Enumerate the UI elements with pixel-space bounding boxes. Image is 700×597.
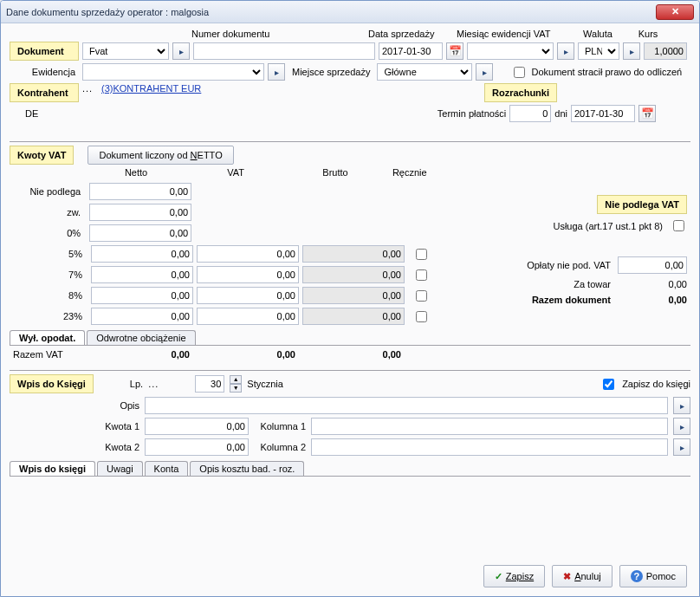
- kontrahent-link[interactable]: (3)KONTRAHENT EUR: [101, 83, 201, 94]
- lp-picker[interactable]: ...: [148, 379, 159, 389]
- vat-row: Nie podlega: [10, 183, 434, 200]
- kolumna2-label: Kolumna 2: [254, 442, 306, 452]
- miejsce-select[interactable]: Główne: [377, 63, 472, 81]
- tab-wy-opodat-[interactable]: Wył. opodat.: [10, 330, 85, 345]
- vat-brutto-input: [302, 245, 405, 263]
- vat-manual-checkbox[interactable]: [416, 311, 427, 322]
- vat-netto-input[interactable]: [89, 224, 191, 242]
- data-sprzedazy-input[interactable]: [379, 42, 443, 60]
- vat-rate-label: 23%: [10, 311, 88, 321]
- rozrachunki-label: Rozrachunki: [484, 83, 557, 102]
- ewidencja-select[interactable]: [82, 63, 264, 81]
- termin-calendar-icon[interactable]: [638, 105, 656, 122]
- lp-label: Lp.: [130, 379, 143, 389]
- tab-konta[interactable]: Konta: [145, 461, 189, 476]
- vat-manual-checkbox[interactable]: [416, 290, 427, 302]
- cross-icon: [563, 571, 571, 582]
- col-netto: Netto: [87, 167, 186, 178]
- vat-vat-input[interactable]: [197, 308, 299, 325]
- dokument-type-select[interactable]: Fvat: [82, 42, 169, 60]
- kwota2-input[interactable]: [145, 438, 249, 456]
- miejsce-label: Miejsce sprzedaży: [288, 67, 373, 77]
- spin-up-icon[interactable]: ▲: [230, 375, 242, 384]
- opis-label: Opis: [10, 400, 139, 411]
- termin-data-input[interactable]: [571, 105, 635, 122]
- kolumna1-input[interactable]: [311, 418, 668, 435]
- sum-vat: 0,00: [197, 349, 302, 360]
- miejsce-more-button[interactable]: ▸: [476, 63, 493, 81]
- vat-row: 23%: [10, 308, 434, 325]
- spin-down-icon[interactable]: ▼: [230, 384, 242, 393]
- ewidencja-more-button[interactable]: ▸: [268, 63, 285, 81]
- anuluj-button[interactable]: Anuluj: [552, 565, 612, 587]
- kontrahent-kraj: DE: [25, 108, 38, 119]
- vat-rate-label: Nie podlega: [10, 186, 86, 197]
- label-numer: Numer dokumentu: [191, 29, 365, 39]
- vat-tabs: Wył. opodat.Odwrotne obciążenie: [10, 330, 690, 346]
- vat-rate-label: 5%: [10, 249, 88, 259]
- tab-wpis-do-ksi-gi[interactable]: Wpis do księgi: [10, 461, 95, 476]
- wpis-section: Wpis do Księgi Lp. ... ▲▼ Stycznia Zapis…: [10, 374, 690, 477]
- miesiac-select[interactable]: [467, 42, 554, 60]
- vat-table: Netto VAT Brutto Ręcznie Nie podlegazw.0…: [10, 167, 434, 325]
- tab-opis-kosztu-bad-roz-[interactable]: Opis kosztu bad. - roz.: [190, 461, 304, 476]
- miesiac-more-button[interactable]: ▸: [557, 42, 574, 60]
- vat-vat-input[interactable]: [197, 266, 299, 283]
- termin-dni-input[interactable]: [509, 105, 551, 122]
- dokument-label: Dokument: [10, 42, 79, 61]
- close-button[interactable]: ✕: [656, 4, 694, 20]
- oplaty-input[interactable]: [618, 256, 687, 274]
- vat-netto-input[interactable]: [91, 308, 193, 325]
- numer-input[interactable]: [193, 42, 375, 60]
- liczony-od-netto-button[interactable]: Dokument liczony od NETTO: [88, 146, 233, 165]
- window-title: Dane dokumentu sprzedaży operator : malg…: [6, 7, 656, 17]
- tab-odwrotne-obci-enie[interactable]: Odwrotne obciążenie: [87, 330, 195, 345]
- col-brutto: Brutto: [286, 167, 386, 178]
- vat-netto-input[interactable]: [91, 245, 193, 263]
- label-waluta: Waluta: [573, 29, 623, 39]
- day-input[interactable]: [195, 375, 224, 393]
- razem-dokument-value: 0,00: [618, 295, 687, 305]
- vat-netto-input[interactable]: [89, 204, 191, 221]
- vat-vat-input[interactable]: [197, 287, 299, 304]
- vat-netto-input[interactable]: [91, 287, 193, 304]
- vat-vat-input[interactable]: [197, 245, 299, 263]
- vat-rate-label: 0%: [10, 228, 86, 238]
- vat-netto-input[interactable]: [89, 183, 191, 200]
- kolumna2-more-button[interactable]: ▸: [673, 438, 690, 456]
- vat-row: 0%: [10, 224, 434, 242]
- stracil-checkbox[interactable]: [514, 67, 525, 78]
- titlebar: Dane dokumentu sprzedaży operator : malg…: [1, 1, 699, 23]
- day-spinner[interactable]: ▲▼: [230, 375, 242, 393]
- vat-rate-label: 8%: [10, 290, 88, 301]
- dokument-type-more-button[interactable]: ▸: [172, 42, 190, 60]
- zapisz-ksiegi-checkbox[interactable]: [603, 379, 614, 390]
- usluga-label: Usługa (art.17 ust.1 pkt 8): [553, 221, 663, 231]
- waluta-more-button[interactable]: ▸: [623, 42, 640, 60]
- vat-row: 5%: [10, 245, 434, 263]
- kwota1-input[interactable]: [145, 418, 249, 435]
- sum-netto: 0,00: [91, 349, 197, 360]
- kontrahent-picker[interactable]: ...: [82, 83, 98, 94]
- kwota2-label: Kwota 2: [10, 442, 139, 452]
- calendar-icon[interactable]: [446, 42, 463, 60]
- vat-manual-checkbox[interactable]: [416, 249, 427, 260]
- nie-podlega-box: Nie podlega VAT Usługa (art.17 ust.1 pkt…: [462, 195, 687, 310]
- opis-input[interactable]: [145, 397, 668, 414]
- vat-manual-checkbox[interactable]: [416, 269, 427, 281]
- vat-brutto-input: [302, 308, 405, 325]
- vat-netto-input[interactable]: [91, 266, 193, 283]
- client-area: Numer dokumentu Data sprzedaży Miesiąc e…: [1, 23, 699, 596]
- tab-uwagi[interactable]: Uwagi: [97, 461, 143, 476]
- usluga-checkbox[interactable]: [673, 220, 684, 231]
- kolumna2-input[interactable]: [311, 438, 668, 456]
- zapisz-button[interactable]: Zapisz: [483, 565, 545, 587]
- kwoty-vat-label: Kwoty VAT: [10, 146, 74, 165]
- kolumna1-more-button[interactable]: ▸: [673, 418, 690, 435]
- razem-vat-label: Razem VAT: [10, 349, 91, 360]
- waluta-select[interactable]: PLN: [578, 42, 619, 60]
- pomoc-button[interactable]: Pomoc: [619, 565, 687, 587]
- kontrahent-label: Kontrahent: [10, 83, 79, 102]
- vat-row: zw.: [10, 204, 434, 221]
- opis-more-button[interactable]: ▸: [673, 397, 690, 414]
